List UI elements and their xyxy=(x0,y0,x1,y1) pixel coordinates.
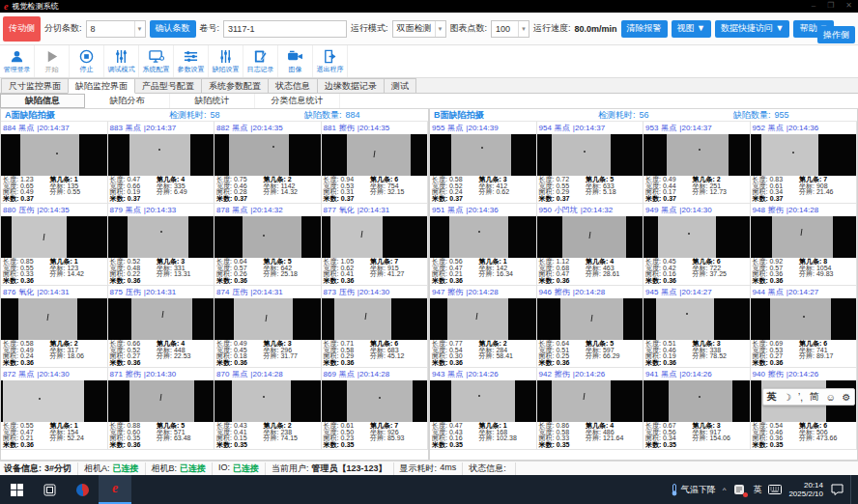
defect-cell[interactable]: 880 压伤 |20:14:35 长度: 0.85 宽度: 0.55 面积: 0… xyxy=(1,204,108,286)
tab-4[interactable]: 系统参数配置 xyxy=(201,78,269,93)
defect-image[interactable] xyxy=(644,380,750,422)
defect-cell[interactable]: 944 黑点 |20:14:27 长度: 0.69 宽度: 0.53 面积: 0… xyxy=(751,286,858,368)
defect-cell[interactable]: 940 擦伤 |20:14:26 长度: 0.54 宽度: 0.46 面积: 0… xyxy=(751,368,858,450)
defect-cell[interactable]: 875 压伤 |20:14:31 长度: 0.66 宽度: 0.52 面积: 0… xyxy=(108,286,215,368)
action-camera-button[interactable]: 图像 xyxy=(278,45,313,77)
tray-expand-button[interactable]: ^ xyxy=(723,486,727,494)
defect-image[interactable] xyxy=(430,380,536,422)
subtab-3[interactable]: 缺陷统计 xyxy=(170,94,255,108)
confirm-count-button[interactable]: 确认条数 xyxy=(150,20,196,38)
defect-cell[interactable]: 951 黑点 |20:14:36 长度: 0.56 宽度: 0.47 面积: 0… xyxy=(430,204,537,286)
tab-1[interactable]: 尺寸监控界面 xyxy=(1,78,69,93)
ime-settings-icon[interactable]: ⚙ xyxy=(843,392,851,403)
roll-number-input[interactable]: 3117-1 xyxy=(223,20,347,38)
defect-image[interactable] xyxy=(537,298,644,340)
action-equalizer-button[interactable]: 参数设置 xyxy=(174,45,209,77)
minimize-button[interactable]: – xyxy=(812,1,815,10)
weather-widget[interactable]: 气温下降 xyxy=(671,484,716,496)
ime-halfwidth-icon[interactable]: ☽ xyxy=(783,392,791,403)
defect-cell[interactable]: 950 小凹坑 |20:14:32 长度: 1.12 宽度: 0.68 面积: … xyxy=(537,204,644,286)
defect-cell[interactable]: 953 黑点 |20:14:37 长度: 0.49 宽度: 0.44 面积: 0… xyxy=(644,122,751,204)
action-journal-button[interactable]: 日志记录 xyxy=(243,45,278,77)
defect-cell[interactable]: 884 黑点 |20:14:37 长度: 1.23 宽度: 0.65 面积: 0… xyxy=(1,122,108,204)
defect-image[interactable] xyxy=(430,298,536,340)
defect-cell[interactable]: 945 黑点 |20:14:27 长度: 0.51 宽度: 0.46 面积: 0… xyxy=(644,286,751,368)
defect-cell[interactable]: 870 黑点 |20:14:28 长度: 0.43 宽度: 0.41 面积: 0… xyxy=(214,368,322,450)
defect-cell[interactable]: 872 黑点 |20:14:30 长度: 0.55 宽度: 0.47 面积: 0… xyxy=(1,368,108,450)
defect-image[interactable] xyxy=(430,216,536,258)
defect-image[interactable] xyxy=(430,134,536,176)
defect-cell[interactable]: 869 黑点 |20:14:28 长度: 0.61 宽度: 0.50 面积: 0… xyxy=(322,368,429,450)
defect-image[interactable] xyxy=(751,298,857,340)
action-exit-door-button[interactable]: 退出程序 xyxy=(313,45,348,77)
defect-image[interactable] xyxy=(1,380,107,422)
defect-image[interactable] xyxy=(214,134,321,176)
tab-3[interactable]: 产品型号配置 xyxy=(134,78,202,93)
defect-cell[interactable]: 954 黑点 |20:14:37 长度: 0.72 宽度: 0.55 面积: 0… xyxy=(537,122,644,204)
defect-cell[interactable]: 883 黑点 |20:14:37 长度: 0.47 宽度: 0.66 面积: 0… xyxy=(108,122,215,204)
show-desktop-button[interactable] xyxy=(850,475,854,504)
chart-points-select[interactable]: 100 ▼ xyxy=(491,20,529,38)
defect-image[interactable] xyxy=(108,216,214,258)
action-center-button[interactable] xyxy=(830,483,844,496)
defect-image[interactable] xyxy=(644,298,750,340)
ime-tray-icon[interactable] xyxy=(732,483,746,496)
slit-count-select[interactable]: 8 ▼ xyxy=(86,20,146,38)
defect-cell[interactable]: 946 擦伤 |20:14:28 长度: 0.64 宽度: 0.51 面积: 0… xyxy=(537,286,644,368)
defect-image[interactable] xyxy=(108,298,214,340)
taskbar-app-1[interactable] xyxy=(66,475,99,504)
defect-image[interactable] xyxy=(1,134,107,176)
keyboard-tray-button[interactable] xyxy=(768,483,782,496)
maximize-button[interactable]: ❐ xyxy=(827,1,834,10)
defect-cell[interactable]: 942 擦伤 |20:14:26 长度: 0.86 宽度: 0.58 面积: 0… xyxy=(537,368,644,450)
defect-image[interactable] xyxy=(644,134,750,176)
defect-image[interactable] xyxy=(214,380,321,422)
operate-side-button[interactable]: 操作侧 xyxy=(817,26,855,43)
defect-cell[interactable]: 941 黑点 |20:14:26 长度: 0.67 宽度: 0.56 面积: 0… xyxy=(644,368,751,450)
defect-cell[interactable]: 947 擦伤 |20:14:28 长度: 0.77 宽度: 0.54 面积: 0… xyxy=(430,286,537,368)
defect-image[interactable] xyxy=(644,216,750,258)
defect-cell[interactable]: 955 黑点 |20:14:39 长度: 0.58 宽度: 0.52 面积: 0… xyxy=(430,122,537,204)
tab-6[interactable]: 边缘数据记录 xyxy=(317,78,385,93)
subtab-1[interactable]: 缺陷信息 xyxy=(0,94,85,108)
data-quick-access-button[interactable]: 数据快捷访问 ▼ xyxy=(715,20,789,38)
language-indicator[interactable]: 英 xyxy=(753,484,761,496)
clear-alarm-button[interactable]: 清除报警 xyxy=(621,20,668,38)
defect-image[interactable] xyxy=(537,380,644,422)
close-button[interactable]: ✕ xyxy=(845,1,852,10)
defect-image[interactable] xyxy=(108,380,214,422)
defect-image[interactable] xyxy=(537,216,644,258)
tab-7[interactable]: 测试 xyxy=(384,78,416,93)
subtab-4[interactable]: 分类信息统计 xyxy=(255,94,340,108)
action-sliders-vertical-button[interactable]: 缺陷设置 xyxy=(209,45,243,77)
defect-cell[interactable]: 952 黑点 |20:14:36 长度: 0.83 宽度: 0.61 面积: 0… xyxy=(751,122,858,204)
defect-cell[interactable]: 949 黑点 |20:14:30 长度: 0.45 宽度: 0.42 面积: 0… xyxy=(644,204,751,286)
view-menu-button[interactable]: 视图 ▼ xyxy=(672,20,711,38)
ime-emoji-icon[interactable]: ☺ xyxy=(826,392,836,403)
action-user-button[interactable]: 管理登录 xyxy=(0,45,35,77)
defect-image[interactable] xyxy=(108,134,214,176)
drive-side-button[interactable]: 传动侧 xyxy=(3,16,41,42)
action-debug-sliders-button[interactable]: 调试模式 xyxy=(104,45,139,77)
subtab-2[interactable]: 缺陷分布 xyxy=(85,94,170,108)
tab-2[interactable]: 缺陷监控界面 xyxy=(68,78,135,94)
defect-cell[interactable]: 873 压伤 |20:14:30 长度: 0.71 宽度: 0.58 面积: 0… xyxy=(322,286,429,368)
defect-cell[interactable]: 881 擦伤 |20:14:35 长度: 0.94 宽度: 0.53 面积: 0… xyxy=(322,122,429,204)
defect-cell[interactable]: 943 黑点 |20:14:26 长度: 0.47 宽度: 0.43 面积: 0… xyxy=(430,368,537,450)
tab-5[interactable]: 状态信息 xyxy=(268,78,318,93)
start-button[interactable] xyxy=(0,475,33,504)
defect-image[interactable] xyxy=(322,380,428,422)
defect-image[interactable] xyxy=(537,134,644,176)
defect-image[interactable] xyxy=(751,216,857,258)
defect-image[interactable] xyxy=(751,134,857,176)
ime-lang-toggle[interactable]: 英 xyxy=(766,390,776,404)
defect-cell[interactable]: 876 氧化 |20:14:31 长度: 0.58 宽度: 0.49 面积: 0… xyxy=(1,286,108,368)
defect-cell[interactable]: 877 氧化 |20:14:31 长度: 1.05 宽度: 0.62 面积: 0… xyxy=(322,204,429,286)
defect-cell[interactable]: 871 擦伤 |20:14:30 长度: 0.88 宽度: 0.60 面积: 0… xyxy=(108,368,215,450)
defect-image[interactable] xyxy=(322,298,428,340)
defect-image[interactable] xyxy=(1,298,107,340)
defect-image[interactable] xyxy=(214,298,321,340)
defect-cell[interactable]: 948 擦伤 |20:14:28 长度: 0.92 宽度: 0.57 面积: 0… xyxy=(751,204,858,286)
taskbar-app-inspection[interactable]: e xyxy=(99,475,131,504)
taskbar-clock[interactable]: 20:14 2025/2/10 xyxy=(788,481,823,498)
